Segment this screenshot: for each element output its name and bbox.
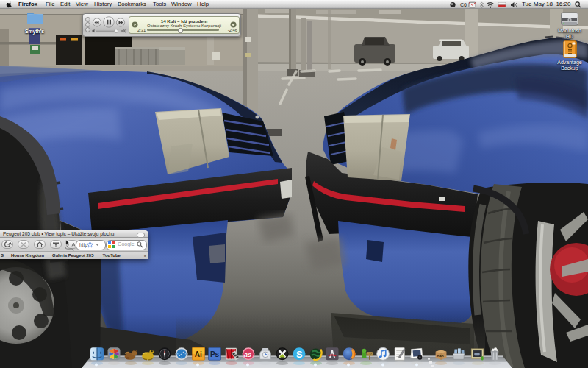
svg-text:LINKY: LINKY bbox=[367, 353, 375, 355]
svg-text:Ps: Ps bbox=[210, 350, 220, 358]
svg-text:as: as bbox=[244, 351, 251, 358]
svg-text:RAR: RAR bbox=[437, 354, 444, 358]
svg-text:Ai: Ai bbox=[195, 350, 202, 358]
svg-text:C6: C6 bbox=[460, 2, 467, 7]
svg-text:S: S bbox=[296, 349, 302, 360]
